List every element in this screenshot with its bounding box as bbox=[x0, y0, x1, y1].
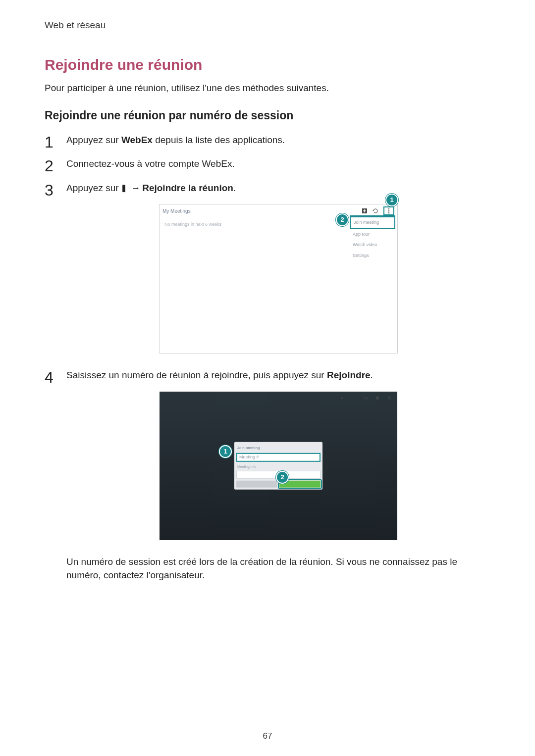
callout-1: 1 bbox=[385, 194, 398, 206]
cancel-button[interactable] bbox=[236, 481, 277, 488]
screenshot-1-actions bbox=[362, 206, 394, 215]
side-rule bbox=[25, 0, 25, 20]
section-title: Rejoindre une réunion bbox=[45, 56, 490, 73]
svg-point-2 bbox=[388, 210, 389, 211]
step-1-text-a: Appuyez sur bbox=[66, 135, 121, 145]
callout-1: 1 bbox=[219, 445, 232, 458]
participants-icon[interactable]: ▭ bbox=[363, 396, 369, 402]
page-number: 67 bbox=[0, 731, 535, 741]
step-1-app-name: WebEx bbox=[121, 135, 153, 145]
arrow-icon: → bbox=[129, 183, 142, 193]
screenshot-2-topbar: ▪ ⋮ ▭ ⚙ ⎘ bbox=[339, 396, 392, 402]
subsection-title: Rejoindre une réunion par numéro de sess… bbox=[45, 109, 490, 122]
screenshot-2-wrap: ▪ ⋮ ▭ ⚙ ⎘ Join meeting Meeting # Meeting… bbox=[66, 392, 490, 540]
svg-point-3 bbox=[388, 212, 389, 213]
settings-icon[interactable]: ⚙ bbox=[374, 396, 380, 402]
step-4: Saisissez un numéro de réunion à rejoind… bbox=[45, 368, 490, 582]
screenshot-2: ▪ ⋮ ▭ ⚙ ⎘ Join meeting Meeting # Meeting… bbox=[160, 392, 397, 540]
meeting-number-input[interactable]: Meeting # bbox=[236, 453, 321, 461]
breadcrumb: Web et réseau bbox=[45, 20, 490, 31]
step-4-text-b: . bbox=[371, 370, 373, 380]
intro-paragraph: Pour participer à une réunion, utilisez … bbox=[45, 81, 490, 95]
step-4-note: Un numéro de session est créé lors de la… bbox=[66, 555, 490, 582]
step-3-text-a: Appuyez sur bbox=[66, 183, 121, 193]
page: Web et réseau Rejoindre une réunion Pour… bbox=[0, 0, 535, 756]
callout-2: 2 bbox=[276, 471, 289, 484]
menu-item-join-meeting[interactable]: Join meeting bbox=[350, 216, 395, 229]
step-4-button-name: Rejoindre bbox=[327, 370, 371, 380]
menu-item-app-tour[interactable]: App tour bbox=[350, 229, 395, 240]
kebab-icon: ■■■ bbox=[121, 185, 126, 192]
menu-item-watch-video[interactable]: Watch video bbox=[350, 240, 395, 251]
add-icon[interactable] bbox=[362, 208, 368, 214]
mic-icon[interactable]: ⋮ bbox=[351, 396, 357, 402]
menu-item-settings[interactable]: Settings bbox=[350, 251, 395, 261]
step-3-text-b: . bbox=[233, 183, 236, 193]
join-dialog-helper: Meeting info bbox=[236, 463, 321, 470]
refresh-icon[interactable] bbox=[373, 208, 378, 214]
step-3: Appuyez sur ■■■ →Rejoindre la réunion. 1… bbox=[45, 181, 490, 354]
overflow-menu-icon[interactable] bbox=[383, 206, 394, 215]
callout-2: 2 bbox=[336, 213, 349, 226]
step-4-text-a: Saisissez un numéro de réunion à rejoind… bbox=[66, 370, 327, 380]
screenshot-1-wrap: 1 My Meetings bbox=[66, 204, 490, 353]
overflow-menu: Join meeting App tour Watch video Settin… bbox=[350, 215, 395, 261]
step-1: Appuyez sur WebEx depuis la liste des ap… bbox=[45, 133, 490, 148]
steps-list: Appuyez sur WebEx depuis la liste des ap… bbox=[45, 133, 490, 582]
video-icon[interactable]: ▪ bbox=[339, 396, 345, 402]
svg-point-1 bbox=[388, 208, 389, 209]
step-1-text-b: depuis la liste des applications. bbox=[153, 135, 285, 145]
step-3-menu-item: Rejoindre la réunion bbox=[142, 183, 233, 193]
step-2: Connectez-vous à votre compte WebEx. bbox=[45, 157, 490, 171]
screenshot-1-title: My Meetings bbox=[162, 207, 191, 215]
join-dialog-title: Join meeting bbox=[236, 444, 321, 453]
screenshot-1: 1 My Meetings bbox=[159, 204, 398, 353]
exit-icon[interactable]: ⎘ bbox=[386, 396, 392, 402]
